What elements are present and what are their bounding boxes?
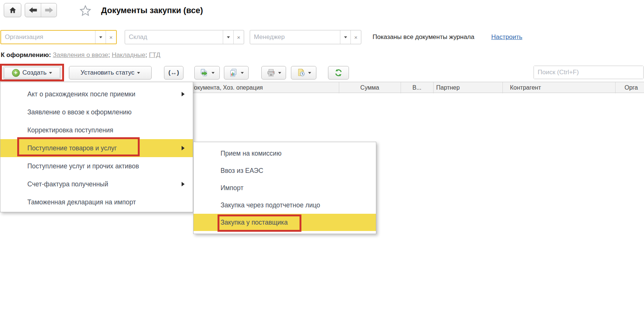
create-button[interactable]: + Создать: [3, 66, 61, 80]
create-dropdown-menu: Акт о расхождениях после приемки Заявлен…: [0, 82, 193, 212]
page-title: Документы закупки (все): [101, 6, 203, 15]
chevron-down-icon: [49, 72, 52, 74]
warehouse-input[interactable]: [125, 30, 223, 44]
organization-clear-button[interactable]: ×: [106, 31, 116, 44]
purchase-documents-window: Документы закупки (все) × × × Показаны в…: [0, 0, 644, 318]
submenu-item-supplier-purchase[interactable]: Закупка у поставщика: [194, 214, 376, 231]
warehouse-dropdown-button[interactable]: [223, 30, 233, 44]
menu-item-label: Закупка через подотчетное лицо: [221, 201, 320, 209]
home-icon: [9, 6, 17, 14]
column-separator[interactable]: [502, 82, 503, 93]
configure-link[interactable]: Настроить: [491, 33, 522, 41]
menu-item-label: Импорт: [221, 184, 243, 192]
clear-icon: ×: [354, 34, 358, 40]
set-status-label: Установить статус: [80, 69, 134, 76]
favorite-star-icon[interactable]: [79, 4, 91, 16]
menu-item-goods-services-receipt[interactable]: Поступление товаров и услуг: [0, 139, 193, 157]
column-separator[interactable]: [433, 82, 434, 93]
document-schedule-button[interactable]: [291, 66, 316, 80]
menu-item-invoice-received[interactable]: Счет-фактура полученный: [0, 175, 193, 193]
document-clock-icon: [297, 68, 306, 77]
clear-icon: ×: [109, 34, 113, 40]
submenu-item-accountable-person-purchase[interactable]: Закупка через подотчетное лицо: [194, 196, 376, 214]
manager-filter: ×: [250, 30, 361, 44]
pending-link-waybills[interactable]: Накладные: [112, 51, 146, 58]
manager-input[interactable]: [250, 30, 340, 44]
search-input[interactable]: [534, 66, 643, 79]
menu-item-label: Закупка у поставщика: [221, 219, 288, 226]
reports-button[interactable]: [224, 66, 249, 80]
menu-item-label: Ввоз из ЕАЭС: [221, 167, 263, 175]
menu-item-customs-declaration[interactable]: Таможенная декларация на импорт: [0, 193, 193, 211]
menu-item-label: Таможенная декларация на импорт: [27, 198, 136, 206]
column-header-counterparty[interactable]: Контрагент: [510, 82, 541, 93]
organization-dropdown-button[interactable]: [95, 31, 106, 44]
submenu-item-import[interactable]: Импорт: [194, 179, 376, 196]
menu-item-receipt-correction[interactable]: Корректировка поступления: [0, 121, 193, 139]
warehouse-clear-button[interactable]: ×: [233, 30, 244, 44]
report-chart-icon: [229, 68, 238, 77]
create-button-label: Создать: [22, 69, 47, 76]
menu-item-label: Акт о расхождениях после приемки: [27, 90, 135, 98]
menu-item-discrepancy-act[interactable]: Акт о расхождениях после приемки: [0, 85, 193, 103]
menu-item-label: Корректировка поступления: [27, 126, 113, 134]
plus-icon: +: [12, 69, 20, 77]
pending-label: К оформлению:: [1, 51, 51, 58]
separator: ;: [145, 51, 147, 58]
organization-filter: ×: [0, 30, 117, 44]
separator: ;: [108, 51, 110, 58]
pending-link-import-applications[interactable]: Заявления о ввозе: [53, 51, 108, 58]
back-arrow-icon: [28, 7, 37, 14]
load-documents-button[interactable]: [194, 66, 220, 80]
column-header-partner[interactable]: Партнер: [436, 82, 460, 93]
menu-item-services-other-assets[interactable]: Поступление услуг и прочих активов: [0, 157, 193, 175]
pending-link-gtd[interactable]: ГТД: [149, 51, 161, 58]
chevron-down-icon: [344, 36, 347, 38]
submenu-item-eaeu-import[interactable]: Ввоз из ЕАЭС: [194, 162, 376, 179]
submenu-item-commission-acceptance[interactable]: Прием на комиссию: [194, 145, 376, 162]
forward-button[interactable]: [41, 3, 57, 17]
home-button[interactable]: [4, 3, 21, 17]
chevron-down-icon: [137, 72, 140, 74]
chevron-down-icon: [212, 72, 215, 74]
documents-transfer-icon: [200, 68, 209, 77]
column-header-currency[interactable]: В...: [401, 82, 433, 93]
submenu-arrow-icon: [182, 92, 185, 96]
set-status-button[interactable]: Установить статус: [69, 66, 152, 80]
clear-icon: ×: [237, 34, 240, 40]
journal-note: Показаны все документы журнала: [373, 33, 474, 41]
menu-item-label: Счет-фактура полученный: [27, 180, 108, 188]
refresh-icon: [334, 68, 343, 77]
chevron-down-icon: [308, 72, 311, 74]
history-nav-group: [25, 3, 57, 17]
print-icon: [267, 68, 276, 77]
organization-input[interactable]: [1, 31, 95, 44]
submenu-arrow-icon: [182, 146, 185, 150]
menu-item-import-application[interactable]: Заявление о ввозе к оформлению: [0, 103, 193, 121]
column-width-button[interactable]: (↔): [164, 66, 183, 80]
pending-row: К оформлению: Заявления о ввозе; Накладн…: [1, 51, 160, 59]
back-button[interactable]: [25, 3, 41, 17]
search-field: [534, 66, 644, 79]
column-header-document[interactable]: окумента, Хоз. операция: [194, 82, 263, 93]
column-separator[interactable]: [615, 82, 616, 93]
refresh-button[interactable]: [328, 66, 349, 80]
forward-arrow-icon: [45, 7, 54, 14]
print-button[interactable]: [261, 66, 286, 80]
menu-item-label: Поступление услуг и прочих активов: [27, 162, 139, 170]
column-header-sum[interactable]: Сумма: [339, 82, 401, 93]
column-header-organization[interactable]: Орга: [625, 82, 638, 93]
chevron-down-icon: [227, 36, 230, 38]
warehouse-filter: ×: [125, 30, 244, 44]
width-toggle-icon: (↔): [168, 69, 179, 76]
menu-item-label: Заявление о ввозе к оформлению: [27, 108, 131, 116]
manager-clear-button[interactable]: ×: [350, 30, 361, 44]
chevron-down-icon: [278, 72, 281, 74]
chevron-down-icon: [99, 36, 102, 38]
goods-receipt-submenu: Прием на комиссию Ввоз из ЕАЭС Импорт За…: [193, 142, 376, 234]
chevron-down-icon: [241, 72, 244, 74]
submenu-arrow-icon: [182, 182, 185, 186]
manager-dropdown-button[interactable]: [340, 30, 350, 44]
menu-item-label: Прием на комиссию: [221, 150, 282, 158]
menu-item-label: Поступление товаров и услуг: [27, 144, 117, 152]
